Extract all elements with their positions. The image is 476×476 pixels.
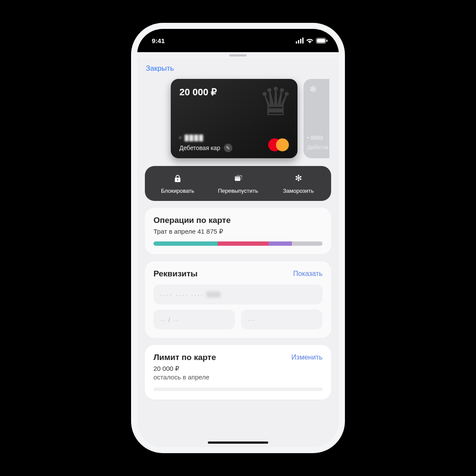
cards-icon (233, 174, 243, 183)
reissue-label: Перевыпустить (218, 188, 258, 194)
block-card-button[interactable]: Блокировать (154, 174, 201, 194)
spend-segment (292, 241, 323, 246)
limit-progress-bar (153, 388, 323, 391)
primary-card[interactable]: ♛ 20 000 ₽ • ████ Дебетовая кар ✎ (171, 79, 298, 158)
svg-rect-2 (326, 40, 328, 42)
secondary-card-preview[interactable]: ✻ • 8999 Дебетов (304, 79, 329, 158)
reissue-card-button[interactable]: Перевыпустить (214, 174, 262, 194)
status-bar: 9:41 (137, 29, 339, 52)
card-type-label: Дебетовая кар (179, 144, 220, 151)
card-cvc-field: ··· (241, 310, 323, 329)
cards-carousel[interactable]: ♛ 20 000 ₽ • ████ Дебетовая кар ✎ ✻ • 89… (137, 76, 339, 166)
freeze-card-button[interactable]: ✻ Заморозить (275, 174, 322, 194)
svg-rect-1 (317, 39, 325, 43)
spend-segment (153, 241, 218, 246)
block-label: Блокировать (161, 188, 194, 194)
spend-segment (269, 241, 292, 246)
lock-icon (173, 174, 182, 183)
close-button[interactable]: Закрыть (146, 64, 174, 73)
freeze-label: Заморозить (283, 188, 314, 194)
notch (199, 29, 277, 42)
status-right (296, 38, 328, 44)
card-number-field: ···· ···· ···· (153, 285, 323, 304)
battery-icon (316, 38, 328, 44)
sheet-grip[interactable] (137, 52, 339, 58)
snowflake-icon: ✻ (310, 84, 317, 94)
snowflake-icon: ✻ (294, 174, 303, 183)
change-limit-button[interactable]: Изменить (291, 354, 323, 361)
card-expiry-field: ·· / ·· (153, 310, 235, 329)
card-actions: Блокировать Перевыпустить ✻ Заморозить (145, 166, 331, 201)
mastercard-icon (268, 138, 289, 151)
spend-bar (153, 241, 323, 246)
card-crest-icon: ♛ (258, 82, 293, 121)
limit-title: Лимит по карте (153, 353, 216, 362)
spend-segment (218, 241, 269, 246)
edit-card-name-icon[interactable]: ✎ (224, 144, 232, 152)
limit-amount: 20 000 ₽ (153, 365, 323, 373)
operations-panel[interactable]: Операции по карте Трат в апреле 41 875 ₽ (145, 208, 331, 254)
wifi-icon (306, 38, 313, 44)
peek-label: Дебетов (307, 144, 329, 150)
card-number-mask: ···· ···· ···· (160, 291, 204, 298)
phone-frame: 9:41 Закрыть ♛ 20 000 ₽ • ████ Д (137, 29, 339, 447)
card-number-blur (206, 291, 221, 298)
home-indicator[interactable] (208, 442, 268, 444)
requisites-panel: Реквизиты Показать ···· ···· ···· ·· / ·… (145, 261, 331, 338)
requisites-title: Реквизиты (153, 269, 197, 279)
operations-title: Операции по карте (153, 216, 323, 225)
modal-sheet: Закрыть ♛ 20 000 ₽ • ████ Дебетовая кар … (137, 52, 339, 447)
limit-panel: Лимит по карте Изменить 20 000 ₽ осталос… (145, 345, 331, 400)
peek-last4: • 8999 (307, 135, 323, 141)
cellular-icon (296, 38, 304, 44)
limit-remaining: осталось в апреле (153, 373, 323, 381)
show-requisites-button[interactable]: Показать (293, 270, 323, 278)
status-time: 9:41 (152, 37, 165, 44)
operations-subtitle: Трат в апреле 41 875 ₽ (153, 228, 323, 235)
